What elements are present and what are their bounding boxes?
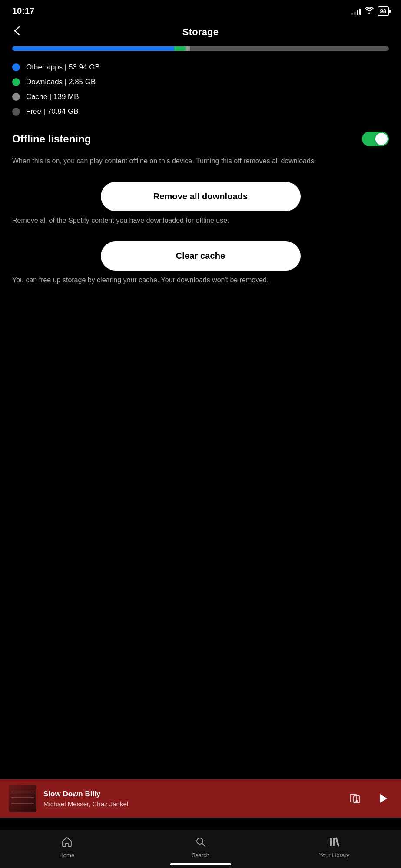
storage-bar-cache	[186, 46, 190, 51]
remove-downloads-description: Remove all of the Spotify content you ha…	[0, 215, 401, 226]
offline-listening-description: When this is on, you can play content of…	[0, 156, 401, 166]
nav-home-label: Home	[59, 852, 74, 858]
clear-cache-description: You can free up storage by clearing your…	[0, 275, 401, 285]
svg-marker-3	[380, 794, 387, 803]
track-info: Slow Down Billy Michael Messer, Chaz Jan…	[43, 790, 338, 808]
track-title: Slow Down Billy	[43, 790, 338, 799]
wifi-icon	[365, 7, 374, 16]
legend-item-downloads: Downloads | 2.85 GB	[12, 78, 389, 86]
nav-search-label: Search	[192, 852, 209, 858]
legend-label-free: Free | 70.94 GB	[26, 107, 79, 116]
legend-item-cache: Cache | 139 MB	[12, 92, 389, 101]
album-art-decoration	[11, 792, 33, 792]
now-playing-bar[interactable]: Slow Down Billy Michael Messer, Chaz Jan…	[0, 779, 401, 818]
home-indicator	[170, 863, 231, 865]
legend-dot-free	[12, 108, 20, 116]
bottom-spacer	[0, 301, 401, 414]
legend: Other apps | 53.94 GB Downloads | 2.85 G…	[0, 63, 401, 116]
track-artist: Michael Messer, Chaz Jankel	[43, 800, 338, 808]
remove-all-downloads-button[interactable]: Remove all downloads	[101, 182, 301, 211]
remove-downloads-section: Remove all downloads Remove all of the S…	[0, 182, 401, 226]
status-bar: 10:17 98	[0, 0, 401, 20]
legend-label-downloads: Downloads | 2.85 GB	[26, 78, 96, 86]
nav-search[interactable]: Search	[134, 836, 268, 858]
nav-library[interactable]: Your Library	[267, 836, 401, 858]
album-art	[9, 785, 36, 812]
svg-line-5	[202, 844, 205, 847]
nav-library-label: Your Library	[319, 852, 349, 858]
legend-label-cache: Cache | 139 MB	[26, 92, 79, 101]
offline-listening-toggle[interactable]	[362, 132, 389, 146]
bottom-navigation: Home Search Your Library	[0, 830, 401, 868]
legend-dot-cache	[12, 93, 20, 101]
legend-label-other: Other apps | 53.94 GB	[26, 63, 100, 72]
album-art-decoration-3	[11, 803, 33, 804]
legend-item-other: Other apps | 53.94 GB	[12, 63, 389, 72]
status-time: 10:17	[12, 6, 34, 16]
svg-rect-7	[333, 838, 335, 846]
offline-listening-section: Offline listening	[0, 132, 401, 146]
back-button[interactable]	[12, 24, 22, 40]
storage-bar	[12, 46, 389, 51]
library-icon	[328, 836, 340, 849]
toggle-knob	[375, 133, 388, 145]
battery-icon: 98	[378, 6, 389, 16]
header: Storage	[0, 20, 401, 46]
legend-dot-other	[12, 63, 20, 71]
storage-bar-downloads	[174, 46, 186, 51]
storage-bar-container	[0, 46, 401, 51]
offline-listening-title: Offline listening	[12, 133, 91, 145]
search-icon	[195, 836, 206, 849]
album-art-image	[9, 785, 36, 812]
svg-rect-6	[330, 838, 332, 846]
album-art-decoration-2	[11, 797, 33, 798]
signal-icon	[351, 8, 361, 15]
page-title: Storage	[182, 26, 219, 38]
clear-cache-button[interactable]: Clear cache	[101, 241, 301, 271]
legend-item-free: Free | 70.94 GB	[12, 107, 389, 116]
nav-home[interactable]: Home	[0, 836, 134, 858]
home-icon	[61, 836, 73, 849]
svg-point-2	[356, 800, 358, 802]
now-playing-controls	[345, 789, 392, 808]
svg-rect-0	[350, 794, 356, 802]
legend-dot-downloads	[12, 78, 20, 86]
connect-device-button[interactable]	[345, 789, 365, 808]
play-pause-button[interactable]	[373, 789, 392, 808]
clear-cache-section: Clear cache You can free up storage by c…	[0, 241, 401, 285]
status-icons: 98	[351, 6, 389, 16]
storage-bar-other-apps	[12, 46, 174, 51]
